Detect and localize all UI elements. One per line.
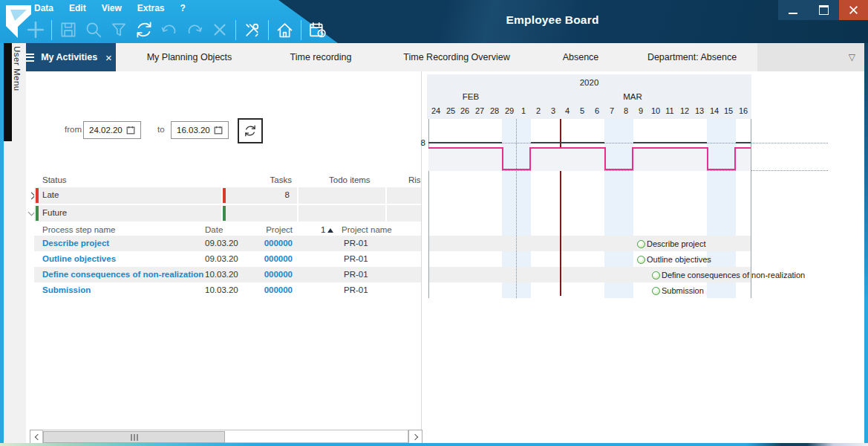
workload-line: [707, 169, 737, 170]
gantt-timescale-header: 2020 FEB MAR 24 25 26 27 28 29 1 2 3 4 5…: [427, 74, 751, 119]
planning-board-icon[interactable]: [306, 18, 329, 42]
milestone-dot-icon[interactable]: [652, 287, 660, 295]
window-right-border: [864, 43, 868, 443]
save-icon[interactable]: [56, 18, 79, 42]
workload-fill: [531, 149, 604, 171]
close-button[interactable]: [839, 0, 868, 20]
sort-ascending-icon: [327, 228, 333, 233]
add-icon[interactable]: [24, 18, 47, 42]
group-tasks-count: 8: [224, 190, 290, 199]
project-link[interactable]: 000000: [234, 254, 293, 263]
menu-item-data[interactable]: Data: [34, 3, 53, 13]
redo-icon[interactable]: [183, 18, 206, 42]
menu-item-view[interactable]: View: [102, 3, 122, 13]
calendar-icon[interactable]: [214, 126, 223, 135]
gantt-day-label: 25: [443, 106, 458, 115]
gantt-day-label: 6: [590, 106, 604, 115]
filter-icon[interactable]: [107, 18, 130, 42]
from-date-field[interactable]: [83, 121, 141, 139]
scrollbar-thumb[interactable]: [43, 431, 225, 443]
process-step-link[interactable]: Submission: [42, 285, 91, 294]
menu-item-extras[interactable]: Extras: [137, 3, 165, 13]
tab-department-absence[interactable]: Department: Absence: [627, 43, 757, 71]
chart-left-border: [428, 119, 429, 298]
tab-overflow-dropdown-icon[interactable]: ▽: [849, 52, 855, 62]
chevron-right-icon: [411, 434, 417, 440]
to-date-input[interactable]: [177, 126, 214, 135]
milestone[interactable]: Define consequences of non-realization: [652, 271, 805, 279]
tab-time-recording[interactable]: Time recording: [263, 43, 379, 71]
project-link[interactable]: 000000: [234, 285, 293, 294]
workload-line-step: [502, 147, 503, 170]
milestone-dot-icon[interactable]: [637, 256, 645, 264]
milestone[interactable]: Outline objectives: [637, 255, 711, 264]
column-header-status[interactable]: Status: [42, 175, 67, 184]
tab-label: Time Recording Overview: [403, 52, 509, 62]
column-header-tasks[interactable]: Tasks: [224, 175, 292, 184]
capacity-value-label: 8: [416, 138, 425, 147]
subheader-project-name[interactable]: Project name: [342, 225, 392, 234]
subheader-process-step-name[interactable]: Process step name: [42, 225, 115, 234]
group-cell-tasks: [223, 205, 297, 222]
row-project-name: PR-01: [344, 285, 368, 294]
scrollbar-track[interactable]: [42, 430, 408, 443]
toolbar: [24, 17, 329, 42]
undo-icon[interactable]: [157, 18, 180, 42]
subheader-project[interactable]: Project: [234, 225, 293, 234]
process-step-link[interactable]: Outline objectives: [42, 254, 116, 263]
project-link[interactable]: 000000: [234, 239, 293, 248]
maximize-button[interactable]: [808, 0, 839, 20]
project-link[interactable]: 000000: [234, 270, 293, 279]
milestone[interactable]: Submission: [652, 286, 704, 295]
tab-close-icon[interactable]: ×: [105, 52, 112, 63]
sort-indicator[interactable]: 1: [321, 225, 333, 234]
to-date-field[interactable]: [171, 121, 229, 139]
milestone-dot-icon[interactable]: [637, 240, 645, 248]
menu-item-edit[interactable]: Edit: [69, 3, 86, 13]
activities-panel: from to Status Tasks Todo items Ris Late: [26, 71, 422, 443]
milestone[interactable]: Describe project: [637, 239, 705, 248]
tab-my-activities[interactable]: My Activities ×: [21, 43, 116, 71]
column-header-todo-items[interactable]: Todo items: [329, 175, 371, 184]
gantt-day-label: 3: [546, 106, 561, 115]
home-icon[interactable]: [273, 18, 296, 42]
minimize-button[interactable]: [778, 0, 808, 20]
menu-item-help[interactable]: ?: [180, 3, 186, 13]
gantt-month-label-feb: FEB: [441, 92, 500, 101]
user-menu-tab[interactable]: [4, 43, 12, 141]
workload-line: [502, 169, 532, 170]
workload-line-step: [632, 147, 633, 170]
process-step-link[interactable]: Describe project: [42, 239, 109, 248]
group-cell-risks: [387, 205, 421, 222]
apply-date-range-button[interactable]: [238, 118, 263, 143]
group-label: Future: [42, 208, 67, 217]
future-status-bar: [223, 206, 226, 221]
gantt-day-label: 1: [516, 106, 531, 115]
group-cell-risks: [387, 187, 421, 204]
gantt-day-label: 2: [531, 106, 546, 115]
milestone-dot-icon[interactable]: [652, 271, 660, 279]
window-title: Employee Board: [506, 13, 598, 27]
tab-absence[interactable]: Absence: [535, 43, 627, 71]
settings-tools-icon[interactable]: [241, 18, 264, 42]
scroll-right-button[interactable]: [408, 430, 422, 445]
calendar-icon[interactable]: [126, 126, 135, 135]
process-step-link[interactable]: Define consequences of non-realization: [42, 270, 203, 279]
search-icon[interactable]: [82, 18, 105, 42]
tab-my-planning-objects[interactable]: My Planning Objects: [116, 43, 263, 71]
hamburger-icon[interactable]: [25, 54, 34, 62]
delete-icon[interactable]: [208, 18, 231, 42]
tab-time-recording-overview[interactable]: Time Recording Overview: [379, 43, 535, 71]
title-bar: Data Edit View Extras ?: [0, 0, 868, 43]
refresh-icon[interactable]: [132, 18, 155, 42]
subheader-date[interactable]: Date: [205, 225, 223, 234]
refresh-icon: [243, 123, 258, 138]
user-menu-sidebar: User Menu: [0, 43, 26, 443]
gantt-year-label: 2020: [427, 78, 751, 87]
tab-label: Department: Absence: [647, 52, 737, 62]
group-cell-todo: [298, 205, 385, 222]
month-start-gridline: [516, 119, 517, 298]
tab-label: My Planning Objects: [147, 52, 232, 62]
column-header-risks[interactable]: Ris: [408, 175, 421, 184]
from-date-input[interactable]: [89, 126, 126, 135]
